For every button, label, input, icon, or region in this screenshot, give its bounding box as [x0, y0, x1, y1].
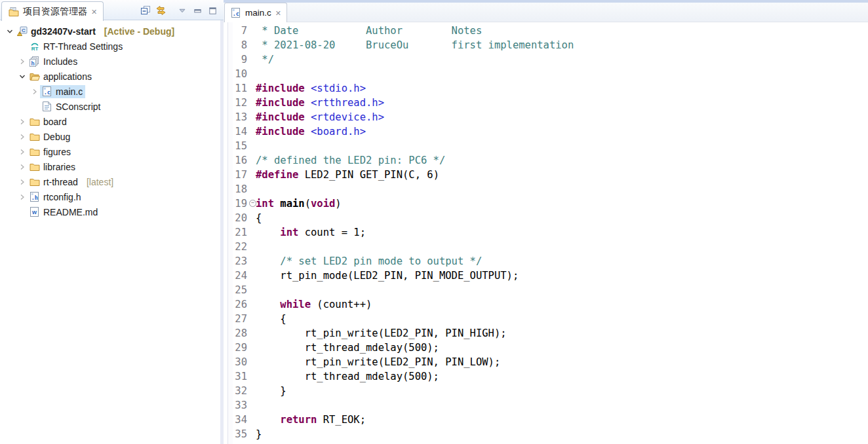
tree-item-applications[interactable]: applications [0, 69, 220, 84]
expand-chevron-icon[interactable] [16, 192, 28, 202]
expand-chevron-icon[interactable] [29, 86, 40, 97]
tree-item-body[interactable]: hIncludes [28, 55, 80, 68]
tree-item-body[interactable]: .hrtconfig.h [28, 191, 84, 204]
expand-chevron-icon[interactable] [16, 162, 28, 172]
link-with-editor-button[interactable] [155, 5, 167, 16]
code-content[interactable]: * Date Author Notes * 2021-08-20 BruceOu… [256, 24, 868, 444]
code-line[interactable]: while (count++) [256, 297, 868, 312]
line-number: 15 [233, 139, 247, 153]
tree-item-body[interactable]: applications [28, 70, 94, 83]
svg-text:RT: RT [31, 45, 38, 51]
expand-chevron-icon[interactable] [16, 147, 28, 157]
code-line[interactable]: /* defined the LED2 pin: PC6 */ [256, 153, 868, 168]
code-line[interactable]: #define LED2_PIN GET_PIN(C, 6) [256, 168, 868, 182]
c-project-icon: C [16, 26, 28, 37]
code-line[interactable] [256, 67, 868, 81]
code-line[interactable]: */ [256, 52, 868, 67]
expand-chevron-icon[interactable] [16, 132, 28, 142]
code-line[interactable]: int count = 1; [256, 225, 868, 240]
code-line[interactable]: * Date Author Notes [256, 24, 868, 38]
ide-window: 项目资源管理器 ✕ Cgd32407v-start[Active - Debug… [0, 0, 868, 444]
code-line[interactable]: rt_pin_write(LED2_PIN, PIN_HIGH); [256, 326, 868, 341]
code-line[interactable]: rt_thread_mdelay(500); [256, 369, 868, 384]
tree-item-body[interactable]: board [28, 115, 69, 128]
code-line[interactable]: { [256, 312, 868, 326]
tree-item-label: RT-Thread Settings [43, 41, 123, 52]
svg-text:.c: .c [44, 89, 50, 96]
project-explorer-panel: 项目资源管理器 ✕ Cgd32407v-start[Active - Debug… [0, 0, 224, 444]
code-line[interactable]: * 2021-08-20 BruceOu first implementatio… [256, 38, 868, 52]
line-number: 11 [233, 81, 247, 96]
tree-item-decoration: [Active - Debug] [104, 26, 174, 37]
tree-item-rtconfig-h[interactable]: .hrtconfig.h [0, 189, 220, 204]
tree-item-body[interactable]: rt-thread [28, 176, 81, 189]
tree-item-sconscript[interactable]: SConscript [0, 99, 220, 114]
line-number: 26 [233, 297, 247, 312]
annotation-ruler [227, 22, 233, 444]
svg-text:w: w [31, 209, 37, 215]
tab-project-explorer[interactable]: 项目资源管理器 ✕ [1, 1, 104, 21]
minimize-button[interactable] [191, 5, 203, 16]
tree-item-rt-thread-settings[interactable]: RTRT-Thread Settings [0, 39, 220, 54]
tree-item-body[interactable]: SConscript [40, 100, 103, 113]
svg-text:h: h [31, 60, 34, 66]
tree-item-libraries[interactable]: libraries [0, 159, 220, 174]
line-number: 18 [233, 182, 247, 196]
tree-item-main-c[interactable]: .cmain.c [0, 84, 220, 99]
tree-item-body[interactable]: Debug [28, 130, 73, 143]
tree-item-label: figures [43, 147, 71, 157]
tab-main-c[interactable]: .c main.c ✕ [224, 3, 287, 22]
svg-text:.c: .c [233, 10, 239, 17]
code-line[interactable]: rt_pin_mode(LED2_PIN, PIN_MODE_OUTPUT); [256, 268, 868, 283]
code-line[interactable]: #include <rtthread.h> [256, 96, 868, 110]
expand-chevron-icon[interactable] [16, 117, 28, 127]
tree-item-figures[interactable]: figures [0, 144, 220, 159]
tree-item-debug[interactable]: Debug [0, 129, 220, 144]
code-line[interactable]: } [256, 427, 868, 441]
code-line[interactable] [256, 139, 868, 153]
project-tree: Cgd32407v-start[Active - Debug]RTRT-Thre… [0, 20, 220, 444]
code-line[interactable]: #include <board.h> [256, 124, 868, 139]
code-line[interactable]: int main(void) [256, 196, 868, 211]
tree-item-includes[interactable]: hIncludes [0, 54, 220, 69]
code-line[interactable]: { [256, 211, 868, 225]
tree-item-body[interactable]: wREADME.md [28, 206, 100, 219]
close-icon[interactable]: ✕ [91, 8, 97, 16]
tree-item-body[interactable]: Cgd32407v-start [15, 25, 98, 38]
editor-tabbar: .c main.c ✕ [224, 3, 868, 22]
code-line[interactable]: #include <rtdevice.h> [256, 110, 868, 124]
tree-item-gd32407v-start[interactable]: Cgd32407v-start[Active - Debug] [0, 24, 220, 39]
expand-chevron-icon[interactable] [16, 56, 28, 67]
tree-item-readme-md[interactable]: wREADME.md [0, 204, 220, 219]
close-icon[interactable]: ✕ [275, 9, 281, 17]
tree-item-rt-thread[interactable]: rt-thread[latest] [0, 174, 220, 189]
code-line[interactable]: } [256, 384, 868, 398]
expand-chevron-icon[interactable] [16, 177, 28, 187]
folder-icon [29, 162, 40, 172]
code-line[interactable] [256, 182, 868, 196]
code-line[interactable] [256, 283, 868, 297]
code-line[interactable]: rt_pin_write(LED2_PIN, PIN_LOW); [256, 355, 868, 369]
code-line[interactable] [256, 398, 868, 413]
line-number: 30 [233, 355, 247, 369]
code-line[interactable]: #include <stdio.h> [256, 81, 868, 96]
collapse-all-button[interactable] [140, 5, 151, 16]
expand-chevron-icon[interactable] [4, 26, 15, 37]
chevron-spacer [16, 207, 28, 217]
tree-item-body[interactable]: .cmain.c [40, 85, 85, 98]
code-line[interactable] [256, 240, 868, 254]
tree-item-body[interactable]: figures [28, 145, 73, 158]
line-number-gutter: 7891011121314151617181920212223242526272… [233, 24, 247, 441]
code-line[interactable]: /* set LED2 pin mode to output */ [256, 254, 868, 268]
maximize-button[interactable] [207, 5, 218, 16]
view-menu-button[interactable] [176, 5, 188, 16]
tree-item-body[interactable]: libraries [28, 160, 78, 174]
code-line[interactable]: return RT_EOK; [256, 413, 868, 427]
tree-item-body[interactable]: RTRT-Thread Settings [28, 40, 125, 53]
line-number: 12 [233, 96, 247, 110]
code-area[interactable]: 7891011121314151617181920212223242526272… [224, 22, 868, 444]
tree-item-board[interactable]: board [0, 114, 220, 129]
expand-chevron-icon[interactable] [16, 71, 28, 82]
tree-item-label: main.c [56, 86, 83, 97]
code-line[interactable]: rt_thread_mdelay(500); [256, 341, 868, 355]
